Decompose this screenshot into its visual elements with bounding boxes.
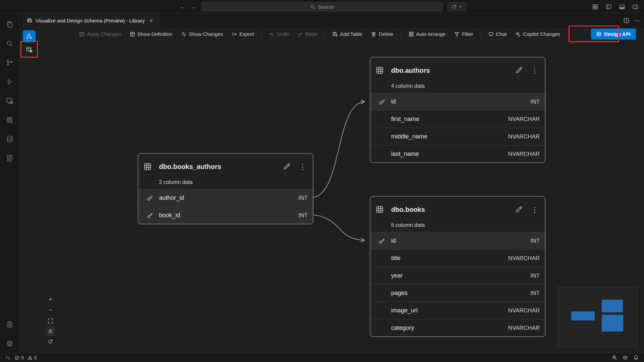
fit-to-screen-button[interactable] bbox=[46, 316, 55, 325]
table-row[interactable]: author_id INT bbox=[138, 189, 313, 206]
sidebar-item-remote-explorer[interactable] bbox=[2, 91, 18, 110]
table-name: dbo.authors bbox=[391, 67, 430, 74]
auto-arrange-button[interactable]: Auto Arrange bbox=[404, 29, 450, 39]
account-icon bbox=[6, 320, 14, 328]
redo-button[interactable]: Redo bbox=[293, 29, 322, 39]
edit-pencil-icon[interactable] bbox=[515, 67, 523, 74]
edit-pencil-icon[interactable] bbox=[515, 206, 523, 213]
column-type: NVARCHAR bbox=[508, 255, 540, 262]
show-definition-button[interactable]: Show Definition bbox=[125, 29, 177, 39]
sidebar-item-database[interactable] bbox=[2, 129, 18, 148]
tab-close-icon[interactable]: × bbox=[148, 17, 155, 24]
copilot-changes-button[interactable]: Copilot Changes bbox=[511, 29, 565, 39]
sidebar-item-account[interactable] bbox=[2, 315, 18, 334]
notifications-bell-icon[interactable] bbox=[631, 355, 641, 360]
table-grid-icon bbox=[376, 205, 384, 214]
schema-definitions-button[interactable] bbox=[23, 44, 36, 56]
table-grid-icon bbox=[376, 66, 384, 74]
toggle-sidebar-icon[interactable] bbox=[604, 3, 612, 11]
minimap[interactable] bbox=[557, 287, 638, 347]
export-icon bbox=[232, 32, 237, 37]
nav-forward-button[interactable]: → bbox=[189, 3, 197, 11]
toggle-panel-icon[interactable] bbox=[618, 3, 626, 11]
sync-icon bbox=[451, 4, 457, 9]
zoom-indicator[interactable] bbox=[610, 355, 619, 360]
column-type: INT bbox=[531, 99, 540, 105]
problems-indicator[interactable]: 0 0 bbox=[12, 353, 39, 362]
apply-changes-button[interactable]: Apply Changes bbox=[75, 29, 125, 39]
table-row[interactable]: first_name NVARCHAR bbox=[370, 110, 545, 128]
table-row[interactable]: title NVARCHAR bbox=[370, 249, 545, 267]
delete-button[interactable]: Delete bbox=[367, 29, 397, 39]
export-button[interactable]: Export bbox=[227, 29, 258, 39]
sidebar-item-schema-designer[interactable] bbox=[2, 148, 18, 168]
title-bar: ← → Search bbox=[0, 0, 644, 13]
auto-arrange-icon bbox=[409, 32, 414, 37]
error-count: 0 bbox=[21, 355, 24, 360]
forward-arrow-icon: → bbox=[190, 3, 196, 10]
table-row[interactable]: last_name NVARCHAR bbox=[370, 145, 545, 163]
split-editor-icon[interactable] bbox=[624, 18, 629, 23]
designer-side-toolbar bbox=[23, 30, 36, 56]
search-input[interactable]: Search bbox=[201, 2, 443, 11]
filter-button[interactable]: Filter bbox=[450, 29, 477, 39]
table-row[interactable]: pages INT bbox=[370, 284, 545, 302]
schema-diagram-view-button[interactable] bbox=[23, 30, 36, 42]
table-row[interactable]: book_id INT bbox=[138, 206, 313, 224]
minimap-node-books bbox=[602, 315, 623, 331]
table-row[interactable]: year INT bbox=[370, 267, 545, 284]
zoom-in-button[interactable]: + bbox=[46, 295, 55, 304]
remote-indicator[interactable] bbox=[3, 353, 12, 362]
lock-position-button[interactable] bbox=[46, 327, 55, 336]
column-name: id bbox=[391, 237, 396, 244]
edit-pencil-icon[interactable] bbox=[283, 163, 290, 170]
table-card-books[interactable]: dbo.books ⋮ 6 column data id INT title N… bbox=[370, 196, 545, 337]
table-header: dbo.books ⋮ bbox=[370, 196, 545, 219]
table-row[interactable]: middle_name NVARCHAR bbox=[370, 128, 545, 145]
column-count-label: 4 column data bbox=[370, 79, 545, 93]
source-control-icon bbox=[6, 59, 14, 67]
customize-layout-icon[interactable] bbox=[591, 3, 599, 11]
table-card-authors[interactable]: dbo.authors ⋮ 4 column data id INT first… bbox=[370, 57, 545, 163]
more-actions-icon[interactable]: ⋯ bbox=[634, 17, 640, 24]
show-changes-button[interactable]: Show Changes bbox=[177, 29, 227, 39]
zoom-out-button[interactable]: − bbox=[46, 305, 55, 315]
nav-back-button[interactable]: ← bbox=[178, 3, 186, 11]
toggle-secondary-sidebar-icon[interactable] bbox=[631, 3, 639, 11]
undo-button[interactable]: Undo bbox=[265, 29, 293, 39]
table-row[interactable]: id INT bbox=[370, 232, 545, 249]
sidebar-item-extensions[interactable] bbox=[2, 110, 18, 129]
column-count-label: 2 column data bbox=[138, 176, 313, 189]
trash-icon bbox=[371, 32, 376, 37]
chat-button[interactable]: Chat bbox=[484, 29, 511, 39]
kebab-menu-icon[interactable]: ⋮ bbox=[531, 67, 538, 74]
tab-schema-designer[interactable]: Visualize and Design Schema (Preview) - … bbox=[22, 13, 160, 28]
redo-icon bbox=[298, 32, 303, 37]
column-type: NVARCHAR bbox=[508, 133, 540, 140]
auto-layout-button[interactable] bbox=[46, 337, 55, 346]
schema-canvas[interactable] bbox=[19, 40, 644, 353]
layout-mode-dropdown[interactable] bbox=[447, 2, 467, 11]
table-row[interactable]: image_url NVARCHAR bbox=[370, 302, 545, 319]
toolbar-separator bbox=[325, 31, 325, 37]
tab-title: Visualize and Design Schema (Preview) - … bbox=[36, 18, 145, 23]
primary-key-icon bbox=[138, 194, 159, 201]
search-placeholder: Search bbox=[318, 4, 334, 10]
design-api-icon bbox=[596, 32, 601, 37]
sidebar-item-settings[interactable] bbox=[2, 334, 18, 353]
add-table-button[interactable]: Add Table bbox=[328, 29, 367, 39]
sidebar-item-search[interactable] bbox=[2, 34, 18, 53]
chevron-down-icon bbox=[459, 5, 462, 8]
sidebar-item-source-control[interactable] bbox=[2, 53, 18, 72]
design-api-button[interactable]: Design API bbox=[591, 28, 636, 40]
copilot-status-icon[interactable] bbox=[621, 355, 630, 360]
sidebar-item-run-debug[interactable] bbox=[2, 72, 18, 91]
column-name: title bbox=[391, 255, 400, 262]
sidebar-item-explorer[interactable] bbox=[2, 15, 18, 34]
kebab-menu-icon[interactable]: ⋮ bbox=[299, 163, 306, 170]
kebab-menu-icon[interactable]: ⋮ bbox=[531, 206, 538, 213]
table-card-books-authors[interactable]: dbo.books_authors ⋮ 2 column data author… bbox=[138, 153, 313, 224]
table-row[interactable]: category NVARCHAR bbox=[370, 319, 545, 337]
column-name: book_id bbox=[159, 212, 180, 219]
table-row[interactable]: id INT bbox=[370, 93, 545, 110]
